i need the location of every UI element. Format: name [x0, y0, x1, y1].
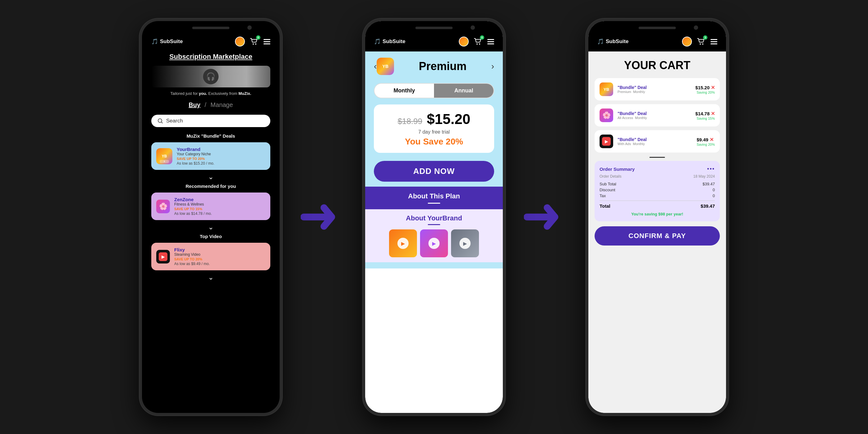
- cart-icon-wrap[interactable]: 0: [249, 37, 259, 46]
- cart-item-2-amount: $14.78 ✕: [695, 111, 715, 117]
- flixy-price: As low as $9.49 / mo.: [174, 261, 210, 266]
- scene: 🎵 SubSuite 0: [0, 0, 868, 434]
- order-details-row: Order Details 18 May 2024: [599, 174, 715, 179]
- header-icons-2: 0: [459, 37, 494, 46]
- order-summary-header: Order Summary •••: [599, 166, 715, 173]
- avatar-3[interactable]: [682, 37, 692, 46]
- brand-thumb-3[interactable]: ▶: [451, 229, 479, 257]
- cart-item-2-deal: "Bundle" Deal: [618, 111, 691, 116]
- remove-item-3[interactable]: ✕: [710, 137, 714, 143]
- cart-badge-3: 3: [703, 35, 707, 40]
- plan-top-bar: ‹ YB Premium ›: [365, 52, 503, 80]
- tax-row: Tax 0: [599, 193, 715, 198]
- subtotal-row: Sub Total $39.47: [599, 182, 715, 186]
- marketplace-title: Subscription Marketplace: [151, 53, 270, 61]
- zenzone-logo: 🌸: [156, 199, 170, 213]
- order-summary-title: Order Summary: [599, 166, 634, 172]
- cart-item-2-info: "Bundle" Deal All Access Monthly: [618, 111, 691, 120]
- flixy-play-icon: ▶: [159, 252, 167, 261]
- search-bar[interactable]: Search: [151, 115, 270, 127]
- deal-card-zenzone[interactable]: 🌸 ZenZone Fitness & Wellnes SAVE UP TO 1…: [151, 192, 270, 220]
- cart-title: YOUR CART: [595, 59, 720, 72]
- cart-item-3: ▶ "Bundle" Deal With Ads Monthly $9.49 ✕: [595, 130, 720, 153]
- cart-item-1-sub: Premium Monthly: [618, 90, 691, 94]
- hamburger-menu-2[interactable]: [487, 39, 494, 44]
- remove-item-1[interactable]: ✕: [711, 85, 715, 91]
- manage-tab[interactable]: Manage: [211, 101, 233, 108]
- brand-name: SubSuite: [160, 38, 183, 44]
- chevron-down-3: ⌄: [151, 273, 270, 281]
- arrow-2: [524, 202, 567, 232]
- monthly-toggle[interactable]: Monthly: [374, 84, 434, 98]
- hamburger-menu[interactable]: [264, 39, 270, 44]
- annual-toggle[interactable]: Annual: [434, 84, 494, 98]
- cart-item-1: YB "Bundle" Deal Premium Monthly $15.20 …: [595, 78, 720, 100]
- cart-divider: [649, 157, 665, 158]
- deal-card-yourbrand[interactable]: YB 3 YourBrand Your Category Niche SAVE …: [151, 142, 270, 170]
- headphone-icon: 🎧: [203, 69, 219, 84]
- yourbrand-category: Your Category Niche: [177, 152, 214, 156]
- prev-arrow[interactable]: ‹: [374, 61, 377, 71]
- phone1-header: 🎵 SubSuite 0: [151, 37, 270, 46]
- deal-card-flixy[interactable]: ▶ Flixy Steaming Video SAVE UP TO 20% As…: [151, 243, 270, 270]
- svg-point-2: [158, 119, 162, 122]
- cart-icon-wrap-3[interactable]: 3: [696, 37, 706, 46]
- total-row: Total $39.47: [599, 200, 715, 209]
- hamburger-menu-3[interactable]: [711, 39, 717, 44]
- search-icon: [157, 118, 163, 124]
- order-summary: Order Summary ••• Order Details 18 May 2…: [595, 161, 720, 221]
- brand-logo-3: 🎵 SubSuite: [597, 38, 629, 45]
- cart-content: YOUR CART YB "Bundle" Deal Premium Month…: [588, 52, 726, 413]
- cart-item-2-price: $14.78 ✕ Saving 15%: [695, 111, 715, 120]
- billing-toggle[interactable]: Monthly Annual: [374, 83, 494, 98]
- subtotal-label: Sub Total: [599, 182, 616, 186]
- cart-badge-2: 0: [480, 35, 484, 40]
- avatar[interactable]: [235, 37, 245, 46]
- price-block: $18.99 $15.20 7 day free trial You Save …: [374, 104, 494, 153]
- brand-name-2: SubSuite: [382, 38, 405, 44]
- zenzone-info: ZenZone Fitness & Wellnes SAVE UP TO 15%…: [174, 197, 212, 216]
- arrow-1: [301, 202, 344, 232]
- phone-plan-detail: 🎵 SubSuite 0: [363, 19, 505, 415]
- total-label: Total: [599, 204, 610, 209]
- play-icon-1: ▶: [397, 238, 409, 249]
- brand-thumb-1[interactable]: ▶: [389, 229, 417, 257]
- avatar-2[interactable]: [459, 37, 469, 46]
- cart-item-1-logo: YB: [599, 83, 613, 96]
- cart-item-3-saving: Saving 20%: [696, 143, 715, 146]
- separator: /: [205, 101, 208, 108]
- discount-label: Discount: [599, 188, 615, 192]
- brand-logo-2: 🎵 SubSuite: [374, 38, 405, 45]
- about-plan-section: About This Plan: [365, 187, 503, 209]
- phone-cart: 🎵 SubSuite 3: [586, 19, 728, 415]
- plan-name: Premium: [394, 60, 491, 73]
- brand-thumb-2[interactable]: ▶: [420, 229, 448, 257]
- order-options-icon[interactable]: •••: [707, 166, 715, 173]
- promo-banner: 🎧: [151, 66, 270, 87]
- cart-item-1-price: $15.20 ✕ Saving 20%: [695, 85, 715, 94]
- pricing-row: $18.99 $15.20: [380, 111, 488, 127]
- cart-item-2-saving: Saving 15%: [695, 117, 715, 120]
- about-plan-underline: [428, 203, 440, 204]
- remove-item-2[interactable]: ✕: [711, 111, 715, 117]
- buy-tab[interactable]: Buy: [189, 101, 200, 108]
- zenzone-save: SAVE UP TO 15%: [174, 207, 212, 211]
- add-now-button[interactable]: ADD NOW: [374, 161, 494, 182]
- tagline: Tailored just for you. Exclusively from …: [151, 91, 270, 96]
- yourbrand-save: SAVE UP TO 20%: [177, 157, 214, 161]
- flixy-name: Flixy: [174, 247, 210, 252]
- header-icons-3: 3: [682, 37, 717, 46]
- chevron-down-1: ⌄: [151, 173, 270, 181]
- buy-manage-nav: Buy / Manage: [151, 101, 270, 108]
- arrow-right-1: [301, 202, 344, 232]
- next-arrow[interactable]: ›: [491, 61, 494, 71]
- phone-marketplace: 🎵 SubSuite 0: [140, 19, 282, 415]
- new-price: $15.20: [427, 111, 471, 127]
- yourbrand-logo: YB 3: [156, 148, 173, 164]
- confirm-pay-button[interactable]: CONFIRM & PAY: [595, 226, 720, 246]
- cart-icon-wrap-2[interactable]: 0: [473, 37, 483, 46]
- search-label: Search: [166, 118, 183, 124]
- cart-item-3-info: "Bundle" Deal With Ads Monthly: [618, 137, 692, 146]
- order-details-label: Order Details: [599, 174, 622, 179]
- saving-highlight: You're saving $98 per year!: [599, 212, 715, 216]
